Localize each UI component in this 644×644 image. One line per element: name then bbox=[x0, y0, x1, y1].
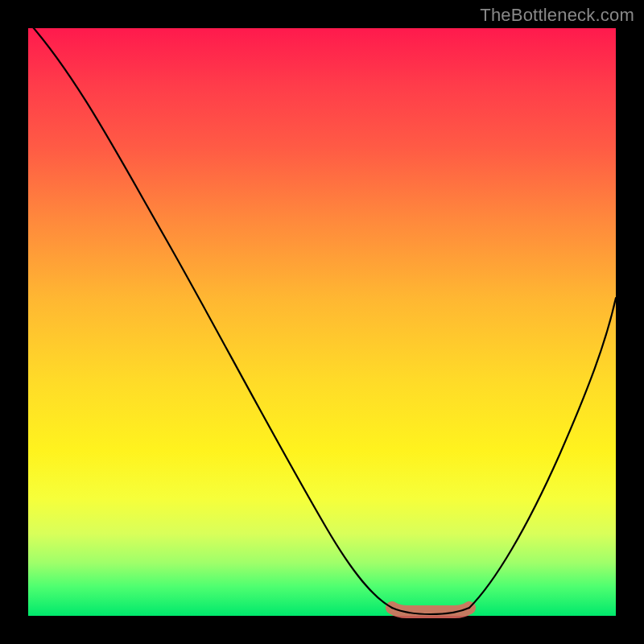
left-descent-curve bbox=[28, 22, 392, 608]
plot-area bbox=[28, 28, 616, 616]
curves-svg bbox=[28, 28, 616, 616]
right-ascent-curve bbox=[469, 298, 616, 608]
watermark-text: TheBottleneck.com bbox=[480, 5, 634, 26]
chart-frame: TheBottleneck.com bbox=[0, 0, 644, 644]
